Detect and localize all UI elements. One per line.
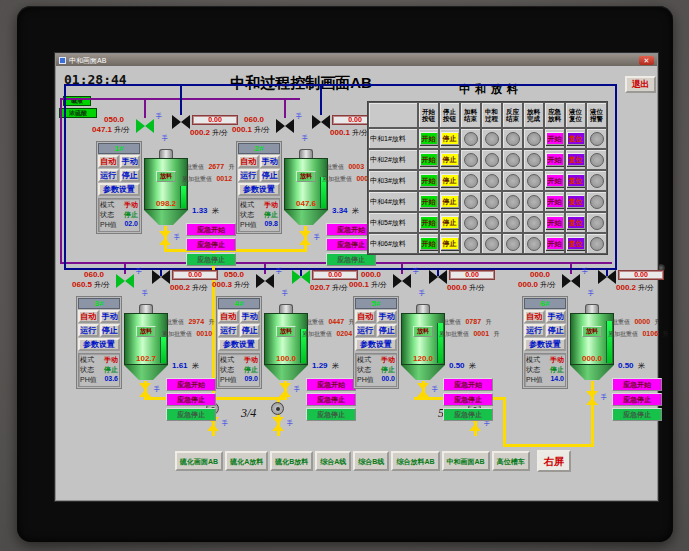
emergency-stop-indicator[interactable]: 应急停止 [443,408,493,421]
feed-valve-right-icon[interactable] [172,115,190,129]
feed-valve-left-icon[interactable] [562,274,580,288]
nav-button-综合放料AB[interactable]: 综合放料AB [391,451,439,471]
level-readout: 0.50 米 [618,354,645,372]
feed-valve-right-icon[interactable] [292,270,310,284]
nav-button-中和画面AB[interactable]: 中和画面AB [442,451,490,471]
stop-button[interactable]: 停止 [441,237,459,250]
auto-button[interactable]: 自动 [524,310,545,323]
run-button[interactable]: 运行 [218,324,239,337]
auto-button[interactable]: 自动 [355,310,376,323]
auto-button[interactable]: 自动 [218,310,239,323]
close-icon[interactable]: ✕ [639,56,654,65]
run-button[interactable]: 运行 [238,169,259,182]
reaction-done-lamp [506,216,520,230]
start-button[interactable]: 开始 [420,132,438,145]
discharge-button[interactable]: 放料 [296,171,316,182]
tank-neck [416,304,430,313]
feed-valve-right-icon[interactable] [598,270,616,284]
stop-button[interactable]: 停止 [441,132,459,145]
nav-button-高位槽车[interactable]: 高位槽车 [492,451,530,471]
auto-button[interactable]: 自动 [98,155,119,168]
window-titlebar: 中和画面AB ✕ [56,54,657,66]
parameter-settings-button[interactable]: 参数设置 [218,338,260,351]
stop-button[interactable]: 停止 [441,195,459,208]
feed-valve-left-icon[interactable] [136,119,154,133]
reactor-tank: 放料 102.7 [124,304,168,380]
feed-valve-left-icon[interactable] [256,274,274,288]
discharge-button[interactable]: 放料 [156,171,176,182]
feed-valve-left-icon[interactable] [393,274,411,288]
table-column-header: 应急 放料 [544,102,565,128]
nav-button-硫化A放料[interactable]: 硫化A放料 [225,451,268,471]
feed-valve-left-icon[interactable] [116,274,134,288]
stop-button[interactable]: 停止 [120,169,141,182]
parameter-settings-button[interactable]: 参数设置 [98,183,140,196]
auto-button[interactable]: 自动 [238,155,259,168]
nav-button-综合A线[interactable]: 综合A线 [315,451,351,471]
start-button[interactable]: 开始 [420,195,438,208]
emergency-stop-button[interactable]: 应急停止 [443,393,493,406]
feed-valve-right-icon[interactable] [429,270,447,284]
feed-valve-left-icon[interactable] [276,119,294,133]
stop-button[interactable]: 停止 [441,153,459,166]
tank-neck [159,149,173,158]
feed-valve-right-icon[interactable] [312,115,330,129]
run-button[interactable]: 运行 [355,324,376,337]
level-reset-button[interactable]: 复位 [567,237,585,250]
stop-button[interactable]: 停止 [240,324,261,337]
nav-button-综合B线[interactable]: 综合B线 [353,451,389,471]
discharge-button[interactable]: 放料 [582,326,602,337]
stop-button[interactable]: 停止 [546,324,567,337]
emergency-discharge-button[interactable]: 开始 [546,153,564,166]
run-button[interactable]: 运行 [524,324,545,337]
flow-value: 060.5 升/分 [72,280,110,290]
nav-button-硫化B放料[interactable]: 硫化B放料 [270,451,313,471]
manual-button[interactable]: 手动 [240,310,261,323]
emergency-discharge-button[interactable]: 开始 [546,195,564,208]
start-button[interactable]: 开始 [420,216,438,229]
manual-button[interactable]: 手动 [546,310,567,323]
nav-button-硫化画面AB[interactable]: 硫化画面AB [175,451,223,471]
flow-value: 000.1 升/分 [349,280,387,290]
pipe-segment [60,98,62,264]
emergency-stop-button[interactable]: 应急停止 [612,393,662,406]
parameter-settings-button[interactable]: 参数设置 [355,338,397,351]
manual-button[interactable]: 手动 [377,310,398,323]
parameter-settings-button[interactable]: 参数设置 [78,338,120,351]
stop-button[interactable]: 停止 [441,216,459,229]
discharge-button[interactable]: 放料 [136,326,156,337]
feed-valve-right-icon[interactable] [152,270,170,284]
run-button[interactable]: 运行 [98,169,119,182]
neutralizing-lamp [485,153,499,167]
parameter-settings-button[interactable]: 参数设置 [238,183,280,196]
parameter-settings-button[interactable]: 参数设置 [524,338,566,351]
start-button[interactable]: 开始 [420,237,438,250]
manual-button[interactable]: 手动 [120,155,141,168]
discharge-button[interactable]: 放料 [276,326,296,337]
stop-button[interactable]: 停止 [377,324,398,337]
emergency-start-button[interactable]: 应急开始 [443,378,493,391]
run-button[interactable]: 运行 [78,324,99,337]
emergency-start-button[interactable]: 应急开始 [612,378,662,391]
emergency-discharge-button[interactable]: 开始 [546,237,564,250]
start-button[interactable]: 开始 [420,174,438,187]
stop-button[interactable]: 停止 [441,174,459,187]
stop-button[interactable]: 停止 [100,324,121,337]
level-reset-button[interactable]: 复位 [567,132,585,145]
discharge-button[interactable]: 放料 [413,326,433,337]
auto-button[interactable]: 自动 [78,310,99,323]
emergency-stop-indicator[interactable]: 应急停止 [612,408,662,421]
start-button[interactable]: 开始 [420,153,438,166]
level-reset-button[interactable]: 复位 [567,195,585,208]
stop-button[interactable]: 停止 [260,169,281,182]
exit-button[interactable]: 退出 [625,76,656,93]
manual-button[interactable]: 手动 [100,310,121,323]
emergency-discharge-button[interactable]: 开始 [546,216,564,229]
nav-button-右屏[interactable]: 右屏 [537,450,571,472]
emergency-discharge-button[interactable]: 开始 [546,132,564,145]
manual-button[interactable]: 手动 [260,155,281,168]
level-reset-button[interactable]: 复位 [567,153,585,166]
level-reset-button[interactable]: 复位 [567,174,585,187]
level-reset-button[interactable]: 复位 [567,216,585,229]
emergency-discharge-button[interactable]: 开始 [546,174,564,187]
